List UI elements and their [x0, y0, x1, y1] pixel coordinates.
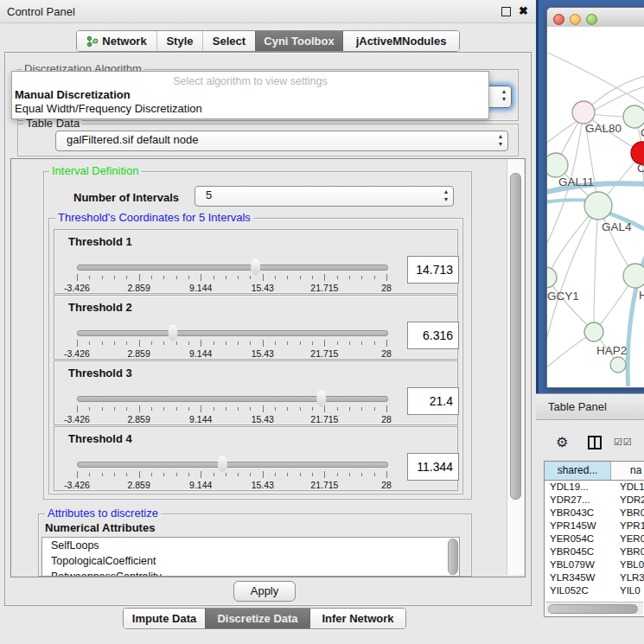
- column-header-shared-name[interactable]: shared...: [545, 462, 611, 480]
- threshold-label: Threshold 4: [68, 432, 132, 445]
- tab-style[interactable]: Style: [156, 31, 202, 51]
- threshold-slider[interactable]: -3.4262.8599.14415.4321.71528: [77, 460, 386, 489]
- slider-tick-label: 9.144: [189, 480, 212, 490]
- apply-button[interactable]: Apply: [233, 581, 296, 602]
- network-node-label: GCY1: [547, 290, 579, 303]
- table-row[interactable]: YBR043C YBR0: [545, 507, 644, 520]
- float-panel-icon[interactable]: [501, 7, 511, 16]
- table-row[interactable]: YER054C YER0: [545, 532, 644, 545]
- network-node[interactable]: [547, 267, 557, 288]
- table-row[interactable]: YDR27... YDR2: [545, 494, 644, 507]
- network-node[interactable]: [547, 153, 568, 177]
- network-node-label: GAL11: [558, 175, 594, 188]
- threshold-value-input[interactable]: [407, 322, 459, 349]
- close-traffic-icon[interactable]: [553, 14, 564, 25]
- tab-infer-network[interactable]: Infer Network: [309, 609, 405, 628]
- slider-ticks: [77, 274, 386, 281]
- slider-thumb[interactable]: [216, 456, 229, 473]
- slider-tick-label: 28: [381, 348, 392, 359]
- gear-icon[interactable]: ⚙: [556, 434, 568, 450]
- slider-tick-label: 15.43: [252, 348, 274, 359]
- attribute-list-item[interactable]: TopologicalCoefficient: [42, 553, 459, 569]
- split-columns-icon[interactable]: [588, 436, 602, 450]
- dropdown-option-manual[interactable]: Manual Discretization: [15, 88, 131, 101]
- slider-tick-label: 2.859: [127, 283, 150, 293]
- tab-jactivemnodules[interactable]: jActiveMNodules: [342, 31, 459, 51]
- network-node-label: GAL80: [585, 122, 622, 135]
- slider-tick-label: 28: [381, 283, 392, 293]
- slider-track[interactable]: [77, 462, 388, 468]
- minimize-traffic-icon[interactable]: [570, 14, 581, 25]
- screen: Control Panel ✖ Network Style Select: [0, 0, 644, 644]
- table-data-combobox[interactable]: galFiltered.sif default node ▴▾: [55, 131, 508, 151]
- slider-tick-label: -3.426: [64, 283, 90, 293]
- network-node-label: HAP2: [596, 344, 627, 357]
- numerical-attributes-label: Numerical Attributes: [45, 521, 155, 534]
- checkbox-icons[interactable]: ☑☑: [614, 437, 633, 448]
- slider-tick-label: 21.715: [310, 414, 338, 424]
- table-row[interactable]: YLR345W YLR3: [545, 571, 644, 584]
- network-node[interactable]: [623, 264, 644, 288]
- table-row[interactable]: YBR045C YBR0: [545, 545, 644, 558]
- number-of-intervals-label: Number of Intervals: [73, 191, 179, 204]
- close-icon[interactable]: ✖: [519, 4, 528, 17]
- threshold-value-input[interactable]: [407, 256, 459, 284]
- slider-track[interactable]: [77, 265, 388, 271]
- attribute-list-item[interactable]: BetweennessCentrality: [42, 569, 459, 577]
- table-row[interactable]: YIL052C YIL0: [545, 584, 644, 597]
- scrollbar-thumb[interactable]: [510, 173, 521, 500]
- network-node[interactable]: [584, 192, 612, 220]
- slider-track[interactable]: [77, 330, 388, 336]
- numerical-attributes-list[interactable]: SelfLoopsTopologicalCoefficientBetweenne…: [41, 537, 460, 577]
- threshold-slider[interactable]: -3.4262.8599.14415.4321.71528: [77, 328, 386, 358]
- network-node[interactable]: [572, 101, 595, 124]
- network-node[interactable]: [623, 105, 644, 128]
- tab-network[interactable]: Network: [77, 31, 156, 51]
- slider-thumb[interactable]: [166, 324, 179, 341]
- stepper-arrows-icon: ▴▾: [499, 132, 502, 148]
- network-icon: [86, 35, 99, 48]
- list-scrollbar-thumb[interactable]: [448, 539, 458, 575]
- thresholds-group-label: Threshold's Coordinates for 5 Intervals: [55, 212, 253, 223]
- table-row[interactable]: YPR145W YPR1: [545, 520, 644, 532]
- control-panel-titlebar: Control Panel ✖: [0, 0, 536, 23]
- tab-discretize-data[interactable]: Discretize Data: [205, 609, 309, 628]
- horizontal-scrollbar[interactable]: [545, 602, 643, 615]
- zoom-traffic-icon[interactable]: [586, 14, 597, 25]
- network-node[interactable]: [584, 322, 603, 341]
- slider-thumb[interactable]: [315, 390, 328, 407]
- threshold-value-input[interactable]: [407, 387, 459, 415]
- slider-track[interactable]: [77, 396, 388, 402]
- table-panel-title: Table Panel: [548, 400, 607, 413]
- column-header-name[interactable]: na: [611, 462, 644, 480]
- interval-definition-label: Interval Definition: [49, 165, 141, 176]
- threshold-slider[interactable]: -3.4262.8599.14415.4321.71528: [77, 263, 386, 292]
- attribute-list-item[interactable]: SelfLoops: [42, 538, 459, 553]
- network-node[interactable]: [610, 357, 626, 373]
- network-view-window[interactable]: GAL80GACGAL11GAL4GCY1HHAP2: [546, 7, 644, 388]
- network-graph: GAL80GACGAL11GAL4GCY1HHAP2: [547, 27, 644, 386]
- number-of-intervals-value: 5: [206, 188, 212, 201]
- threshold-label: Threshold 1: [68, 235, 132, 248]
- threshold-slider[interactable]: -3.4262.8599.14415.4321.71528: [77, 394, 386, 424]
- table-panel-header: Table Panel: [536, 393, 644, 420]
- threshold-value-input[interactable]: [407, 453, 459, 481]
- right-pane: GAL80GACGAL11GAL4GCY1HHAP2 Table Panel ⚙…: [536, 0, 644, 644]
- table-row[interactable]: YBL079W YBL0: [545, 558, 644, 571]
- tab-select[interactable]: Select: [202, 31, 255, 51]
- slider-thumb[interactable]: [249, 258, 262, 276]
- slider-tick-label: 21.715: [310, 480, 338, 490]
- number-of-intervals-combobox[interactable]: 5 ▴▾: [194, 186, 454, 207]
- table-row[interactable]: YDL19... YDL1: [545, 481, 644, 494]
- panel-title: Control Panel: [7, 5, 75, 18]
- vertical-scrollbar[interactable]: [507, 159, 524, 575]
- tab-impute-data[interactable]: Impute Data: [124, 609, 205, 628]
- dropdown-option-equal-width[interactable]: Equal Width/Frequency Discretization: [15, 102, 202, 115]
- network-canvas[interactable]: GAL80GACGAL11GAL4GCY1HHAP2: [547, 27, 644, 386]
- threshold-panel: Threshold 1 -3.4262.8599.14415.4321.7152…: [54, 229, 458, 294]
- scrollbar-thumb[interactable]: [548, 604, 638, 614]
- slider-tick-label: 28: [381, 480, 392, 490]
- network-node-label: H: [639, 289, 644, 302]
- tab-cyni-toolbox[interactable]: Cyni Toolbox: [255, 31, 342, 51]
- dropdown-placeholder: Select algorithm to view settings: [12, 75, 488, 87]
